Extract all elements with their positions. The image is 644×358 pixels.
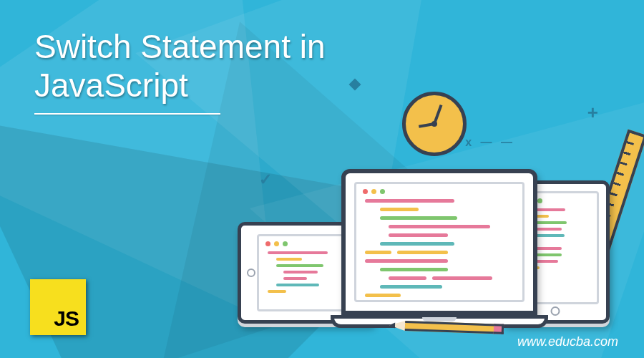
website-url: www.educba.com	[517, 334, 618, 349]
title-line-2: JavaScript	[34, 67, 188, 104]
x-dash-icon: x — —	[465, 136, 515, 149]
laptop-device	[331, 169, 548, 328]
js-logo-icon: JS	[30, 279, 86, 335]
window-controls-icon	[356, 184, 522, 197]
js-logo-text: JS	[54, 306, 79, 331]
hero-illustration: + + x — — ✓	[243, 73, 630, 331]
clock-icon	[402, 92, 467, 156]
plus-icon: +	[587, 102, 598, 124]
check-icon: ✓	[259, 170, 272, 189]
diamond-icon	[349, 79, 361, 91]
title-line-1: Switch Statement in	[34, 28, 326, 65]
code-snippet-icon	[356, 197, 522, 302]
title-underline	[34, 113, 220, 115]
